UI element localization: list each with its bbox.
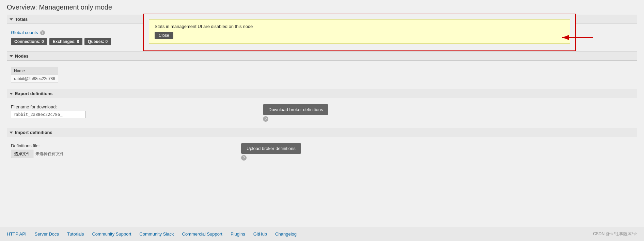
nodes-name-column-header: Name	[11, 67, 58, 75]
export-row: Filename for download: Download broker d…	[11, 104, 633, 122]
footer-link-plugins[interactable]: Plugins	[231, 231, 245, 237]
footer-link-community-slack[interactable]: Community Slack	[139, 231, 174, 237]
global-counts-help-icon[interactable]: ?	[40, 30, 45, 35]
totals-arrow-icon	[10, 18, 13, 20]
import-section-body: Definitions file: 选择文件 未选择任何文件 Upload br…	[7, 140, 637, 163]
choose-file-button[interactable]: 选择文件	[11, 150, 33, 158]
import-row: Definitions file: 选择文件 未选择任何文件 Upload br…	[11, 143, 633, 161]
footer: HTTP API Server Docs Tutorials Community…	[0, 227, 644, 241]
import-arrow-icon	[10, 132, 13, 134]
footer-link-tutorials[interactable]: Tutorials	[67, 231, 84, 237]
footer-link-github[interactable]: GitHub	[253, 231, 267, 237]
no-file-text: 未选择任何文件	[35, 151, 64, 157]
page-title: Overview: Management only mode	[7, 3, 637, 11]
export-right: Download broker definitions ?	[263, 104, 633, 122]
main-content: Overview: Management only mode Totals Gl…	[0, 0, 644, 227]
red-arrow-indicator	[559, 31, 600, 45]
file-label: Definitions file:	[11, 143, 64, 148]
filename-input[interactable]	[11, 111, 86, 118]
nodes-section-header[interactable]: Nodes	[7, 51, 637, 61]
nodes-table: Name rabbit@2a88ec22c786	[11, 67, 58, 83]
file-upload-row: 选择文件 未选择任何文件	[11, 150, 64, 158]
export-section-label: Export definitions	[15, 91, 53, 96]
nodes-label: Nodes	[15, 54, 29, 59]
filename-label: Filename for download:	[11, 104, 86, 109]
nodes-section-body: Name rabbit@2a88ec22c786	[7, 64, 637, 86]
import-section-label: Import definitions	[15, 130, 52, 135]
connections-button[interactable]: Connections: 0	[11, 38, 47, 45]
footer-link-community-support[interactable]: Community Support	[92, 231, 131, 237]
table-row: rabbit@2a88ec22c786	[11, 75, 58, 83]
export-help-icon[interactable]: ?	[263, 116, 268, 122]
nodes-arrow-icon	[10, 55, 13, 57]
footer-link-http-api[interactable]: HTTP API	[7, 231, 27, 237]
alert-message: Stats in management UI are disabled on t…	[155, 24, 564, 29]
totals-label: Totals	[15, 17, 28, 22]
footer-link-changelog[interactable]: Changelog	[275, 231, 297, 237]
node-name-cell: rabbit@2a88ec22c786	[11, 75, 58, 83]
import-section-header[interactable]: Import definitions	[7, 128, 637, 137]
alert-overlay: Stats in management UI are disabled on t…	[143, 14, 576, 51]
import-help-icon[interactable]: ?	[241, 155, 247, 161]
export-section-body: Filename for download: Download broker d…	[7, 102, 637, 124]
footer-link-server-docs[interactable]: Server Docs	[35, 231, 59, 237]
alert-box: Stats in management UI are disabled on t…	[149, 19, 570, 44]
queues-button[interactable]: Queues: 0	[84, 38, 111, 45]
download-broker-definitions-button[interactable]: Download broker definitions	[263, 104, 328, 115]
export-arrow-icon	[10, 93, 13, 95]
footer-link-commercial-support[interactable]: Commercial Support	[182, 231, 223, 237]
exchanges-button[interactable]: Exchanges: 8	[49, 38, 82, 45]
upload-broker-definitions-button[interactable]: Upload broker definitions	[241, 143, 301, 154]
global-counts-label: Global counts	[11, 30, 38, 35]
export-section-header[interactable]: Export definitions	[7, 89, 637, 98]
export-left: Filename for download:	[11, 104, 86, 118]
alert-close-button[interactable]: Close	[155, 32, 173, 39]
import-left: Definitions file: 选择文件 未选择任何文件	[11, 143, 64, 158]
footer-watermark: CSDN @☆*往事随风*☆	[593, 231, 637, 237]
import-right: Upload broker definitions ?	[241, 143, 633, 161]
